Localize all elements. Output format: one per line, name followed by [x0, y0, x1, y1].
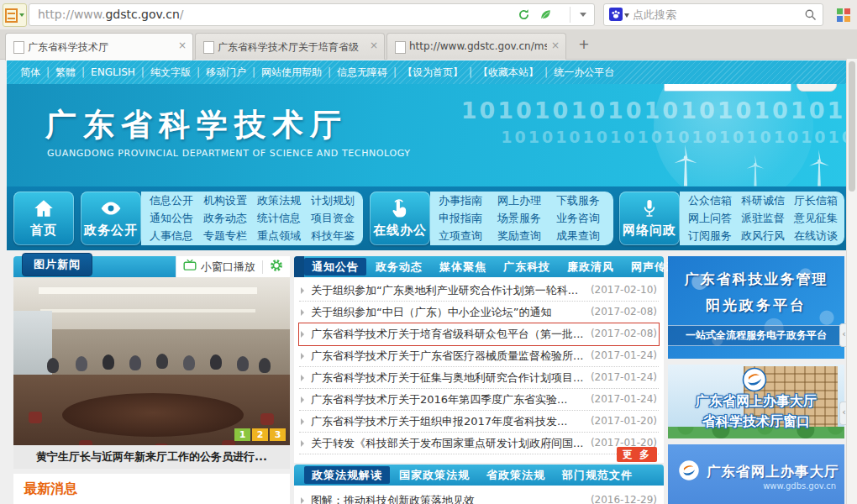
news-item[interactable]: 广东省科学技术厅关于组织申报2017年度省科技发... (2017-01-20)	[299, 411, 659, 433]
browser-tab[interactable]: 广东省科学技术厅关于培育省级 ×	[195, 33, 385, 60]
browser-tab[interactable]: 广东省科学技术厅 ×	[5, 33, 193, 60]
tab-close-icon[interactable]: ×	[178, 40, 187, 50]
news-tab[interactable]: 通知公告	[304, 258, 366, 276]
nav-link[interactable]: 科研诚信	[741, 192, 794, 209]
news-item-title[interactable]: 关于组织参加“中日（广东）中小企业论坛”的通知	[311, 302, 551, 323]
tab-close-icon[interactable]: ×	[370, 40, 378, 50]
topbar-link[interactable]: 信息无障碍	[322, 66, 387, 78]
topbar-link[interactable]: 统一办公平台	[539, 66, 614, 78]
nav-link[interactable]: 成果查询	[556, 228, 615, 244]
nav-link[interactable]: 下载服务	[556, 192, 615, 209]
browser-search-box[interactable]	[603, 3, 823, 26]
news-tab[interactable]: 广东科技	[496, 258, 558, 276]
baidu-search-engine-icon[interactable]	[609, 8, 623, 24]
nav-link[interactable]: 奖励查询	[497, 228, 556, 244]
tab-close-icon[interactable]: ×	[551, 40, 560, 50]
topbar-link[interactable]: 【设为首页】	[387, 66, 463, 78]
browser-tab[interactable]: http://www.gdstc.gov.cn/msg ×	[386, 33, 566, 60]
policy-tab[interactable]: 国家政策法规	[392, 466, 477, 484]
more-button[interactable]: 更 多	[617, 447, 657, 462]
news-item-title[interactable]: 关于转发《科技部关于发布国家重点研发计划政府间国...	[311, 433, 583, 454]
policy-tab[interactable]: 部门规范文件	[555, 466, 640, 484]
nav-link[interactable]: 意见征集	[794, 210, 847, 227]
news-item[interactable]: 关于转发《科技部关于发布国家重点研发计划政府间国... (2017-01-20)	[299, 433, 659, 454]
policy-tab[interactable]: 政策法规解读	[304, 466, 390, 484]
nav-group-wenzheng-button[interactable]: 网络问政	[619, 192, 680, 245]
news-item[interactable]: 关于组织参加“广东奥地利产业研究合作计划第一轮科... (2017-02-10)	[299, 280, 659, 302]
nav-link[interactable]: 办事指南	[439, 192, 497, 209]
search-engine-dropdown-icon[interactable]	[624, 13, 629, 18]
gear-icon[interactable]	[270, 259, 283, 276]
scrollbar-thumb[interactable]	[849, 61, 855, 192]
nav-link[interactable]: 派驻监督	[741, 210, 794, 227]
topbar-link[interactable]: 网站使用帮助	[246, 66, 322, 78]
nav-link[interactable]: 在线访谈	[794, 228, 847, 244]
nav-group-gongkai-button[interactable]: 政务公开	[81, 192, 141, 245]
online-service-hall-banner[interactable]: 广东省网上办事大厅 省科学技术厅窗口	[668, 365, 844, 438]
news-item-title[interactable]: 广东省科学技术厅关于2016年第四季度广东省实验...	[311, 389, 567, 410]
apps-grid-icon[interactable]	[837, 8, 850, 22]
nav-link[interactable]: 场景服务	[497, 210, 556, 227]
nav-link[interactable]: 公众信箱	[688, 192, 741, 209]
nav-link[interactable]: 计划规划	[311, 192, 365, 209]
topbar-link[interactable]: ENGLISH	[76, 66, 135, 78]
topbar-link[interactable]: 简体	[20, 66, 40, 78]
page-scrollbar[interactable]	[846, 59, 857, 504]
news-item[interactable]: 广东省科学技术厅关于征集与奥地利研究合作计划项目... (2017-01-24)	[299, 367, 659, 389]
gdbs-portal-banner[interactable]: 广东省网上办事大厅 www.gdbs.gov.cn	[668, 444, 844, 504]
photo-caption[interactable]: 黄宁生厅长与近两年新来厅工作的公务员进行...	[13, 445, 290, 469]
header-search-input[interactable]	[664, 84, 791, 92]
news-tab[interactable]: 政务动态	[368, 258, 430, 276]
nav-link[interactable]: 立项查询	[439, 228, 497, 244]
small-window-play-label[interactable]: 小窗口播放	[201, 260, 255, 275]
nav-link[interactable]: 人事信息	[150, 228, 203, 244]
nav-link[interactable]: 订阅服务	[688, 228, 741, 244]
pagination-dot[interactable]: 1	[234, 428, 250, 441]
address-dropdown-icon[interactable]	[580, 13, 586, 17]
news-item-title[interactable]: 关于组织参加“广东奥地利产业研究合作计划第一轮科...	[311, 280, 578, 301]
news-item[interactable]: 广东省科学技术厅关于广东省医疗器械质量监督检验所... (2017-01-24)	[299, 345, 659, 367]
nav-link[interactable]: 申报指南	[439, 210, 497, 227]
browser-search-input[interactable]	[631, 5, 794, 24]
nav-link[interactable]: 专题专栏	[203, 228, 257, 244]
nav-link[interactable]: 信息公开	[150, 192, 203, 209]
news-item[interactable]: 广东省科学技术厅关于培育省级科研众包平台（第一批... (2017-02-08)	[299, 323, 659, 345]
nav-link[interactable]: 机构设置	[203, 192, 257, 209]
nav-link[interactable]: 项目资金	[311, 210, 365, 227]
news-tab[interactable]: 廉政清风	[560, 258, 622, 276]
search-icon[interactable]	[804, 8, 817, 24]
nav-home-button[interactable]: 首页	[13, 192, 74, 245]
policy-item[interactable]: 图解：推动科技创新政策落地见效 (2016-12-29)	[299, 490, 659, 504]
nav-link[interactable]: 业务咨询	[556, 210, 615, 227]
address-input[interactable]: http://www.gdstc.gov.cn/	[29, 3, 595, 26]
topbar-link[interactable]: 纯文字版	[135, 66, 191, 78]
topbar-link[interactable]: 【收藏本站】	[463, 66, 539, 78]
nav-link[interactable]: 科技年鉴	[311, 228, 365, 244]
nav-link[interactable]: 统计信息	[257, 210, 311, 227]
news-item-title[interactable]: 广东省科学技术厅关于组织申报2017年度省科技发...	[311, 411, 567, 432]
tv-play-icon[interactable]	[183, 259, 197, 275]
nav-link[interactable]: 通知公告	[150, 210, 203, 227]
sunshine-platform-banner[interactable]: 广东省科技业务管理 阳光政务平台 一站式全流程服务电子政务平台	[668, 256, 844, 359]
nav-link[interactable]: 网上问答	[688, 210, 741, 227]
nav-link[interactable]: 厅长信箱	[794, 192, 847, 209]
nav-link[interactable]: 政策法规	[257, 192, 311, 209]
policy-tab[interactable]: 省政策法规	[479, 466, 553, 484]
no-ads-leaf-icon[interactable]	[539, 8, 552, 24]
photo-news-image[interactable]: 123	[13, 277, 290, 445]
nav-link[interactable]: 政务动态	[203, 210, 257, 227]
refresh-icon[interactable]	[518, 8, 530, 24]
pagination-dot[interactable]: 3	[270, 428, 286, 441]
compat-mode-button[interactable]	[3, 3, 27, 27]
news-item-title[interactable]: 广东省科学技术厅关于广东省医疗器械质量监督检验所...	[311, 345, 583, 366]
news-item[interactable]: 广东省科学技术厅关于2016年第四季度广东省实验... (2017-01-24)	[299, 389, 659, 411]
pagination-dot[interactable]: 2	[252, 428, 268, 441]
topbar-link[interactable]: 繁體	[40, 66, 76, 78]
news-tab[interactable]: 媒体聚焦	[432, 258, 494, 276]
news-item-title[interactable]: 广东省科学技术厅关于征集与奥地利研究合作计划项目...	[311, 367, 583, 388]
nav-link[interactable]: 重点领域	[257, 228, 311, 244]
nav-link[interactable]: 政风行风	[741, 228, 794, 244]
header-search-button[interactable]	[797, 84, 837, 92]
new-tab-button[interactable]: +	[573, 36, 595, 55]
policy-item-title[interactable]: 图解：推动科技创新政策落地见效	[311, 490, 475, 504]
